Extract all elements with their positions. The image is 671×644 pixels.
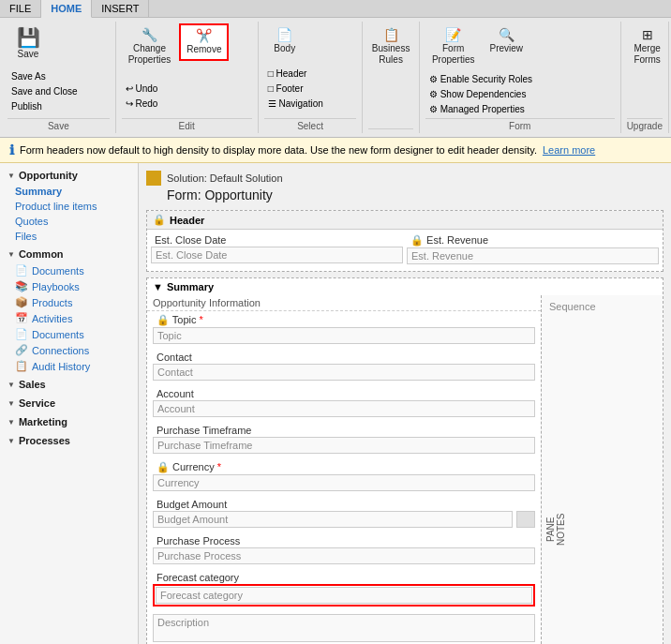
- account-input[interactable]: Account: [153, 400, 535, 417]
- summary-section: ▼ Summary Opportunity Information 🔒 Topi…: [146, 277, 664, 644]
- footer-button[interactable]: □ Footer: [264, 82, 327, 96]
- description-text-area-top[interactable]: Description: [153, 614, 535, 642]
- summary-section-header[interactable]: ▼ Summary: [147, 278, 663, 295]
- nav-section-processes: Processes: [0, 432, 138, 449]
- est-close-date-field: Est. Close Date Est. Close Date: [151, 233, 403, 264]
- sidebar-item-summary[interactable]: Summary: [0, 184, 138, 199]
- sidebar-item-documents2[interactable]: 📄 Documents: [0, 326, 138, 342]
- nav-section-header-sales[interactable]: Sales: [0, 376, 138, 393]
- header-section: 🔒 Header Est. Close Date Est. Close Date…: [146, 210, 664, 272]
- sidebar-item-activities[interactable]: 📅 Activities: [0, 310, 138, 326]
- sidebar-item-product-line[interactable]: Product line items: [0, 199, 138, 214]
- nav-section-sales: Sales: [0, 376, 138, 393]
- show-deps-button[interactable]: ⚙ Show Dependencies: [425, 87, 536, 101]
- connections-icon: 🔗: [15, 344, 28, 356]
- learn-more-link[interactable]: Learn more: [543, 144, 595, 156]
- tab-file[interactable]: FILE: [0, 0, 41, 17]
- remove-button[interactable]: ✂️ Remove: [179, 23, 229, 61]
- rules-group-label: [368, 128, 413, 131]
- main-form-area: Opportunity Information 🔒 Topic * Topic: [147, 295, 541, 644]
- tab-home[interactable]: HOME: [41, 0, 92, 18]
- nav-section-header-opportunity[interactable]: Opportunity: [0, 167, 138, 184]
- sidebar-item-files[interactable]: Files: [0, 229, 138, 244]
- save-close-button[interactable]: Save and Close: [7, 84, 82, 98]
- account-row: Account Account: [147, 385, 541, 419]
- opp-info-label: Opportunity Information: [147, 295, 541, 311]
- merge-icon: ⊞: [642, 28, 653, 41]
- sequence-label: Sequence: [545, 299, 659, 314]
- save-as-button[interactable]: Save As: [7, 69, 82, 83]
- purchase-timeframe-row: Purchase Timeframe Purchase Timeframe: [147, 422, 541, 456]
- save-group-label: Save: [7, 118, 110, 131]
- body-button[interactable]: 📄 Body: [264, 23, 306, 59]
- nav-section-header-processes[interactable]: Processes: [0, 432, 138, 449]
- ribbon-group-upgrade: ⊞ MergeForms Upgrade: [621, 22, 669, 133]
- topic-input[interactable]: Topic: [153, 327, 535, 344]
- edit-group-label: Edit: [122, 118, 252, 131]
- budget-amount-row: Budget Amount Budget Amount: [147, 496, 541, 530]
- est-revenue-label: 🔒 Est. Revenue: [407, 233, 659, 247]
- topic-field: 🔒 Topic * Topic: [153, 313, 535, 344]
- est-close-input[interactable]: Est. Close Date: [151, 247, 403, 263]
- nav-section-header-service[interactable]: Service: [0, 395, 138, 412]
- remove-icon: ✂️: [196, 29, 212, 42]
- summary-collapse-icon: ▼: [153, 281, 163, 292]
- sidebar-item-documents[interactable]: 📄 Documents: [0, 262, 138, 278]
- sidebar-item-products[interactable]: 📦 Products: [0, 294, 138, 310]
- form-group-label: Form: [425, 118, 615, 131]
- contact-input[interactable]: Contact: [153, 364, 535, 381]
- sidebar-item-audit[interactable]: 📋 Audit History: [0, 358, 138, 374]
- undo-button[interactable]: ↩ Undo: [122, 82, 162, 96]
- budget-amount-field: Budget Amount Budget Amount: [153, 498, 535, 528]
- upgrade-group-label: Upgrade: [627, 118, 663, 131]
- header-section-header[interactable]: 🔒 Header: [147, 211, 663, 230]
- contact-row: Contact Contact: [147, 349, 541, 382]
- sidebar-item-connections[interactable]: 🔗 Connections: [0, 342, 138, 358]
- activities-icon: 📅: [15, 312, 28, 324]
- tab-insert[interactable]: INSERT: [92, 0, 149, 17]
- summary-layout: Opportunity Information 🔒 Topic * Topic: [147, 295, 663, 644]
- purchase-timeframe-input[interactable]: Purchase Timeframe: [153, 437, 535, 454]
- info-bar: ℹ Form headers now default to high densi…: [0, 138, 671, 163]
- preview-icon: 🔍: [499, 28, 514, 41]
- budget-lookup-icon[interactable]: [516, 511, 535, 528]
- currency-lock-icon: 🔒: [157, 461, 170, 472]
- header-button[interactable]: □ Header: [264, 67, 327, 81]
- account-field: Account Account: [153, 387, 535, 417]
- merge-forms-button[interactable]: ⊞ MergeForms: [627, 23, 668, 70]
- budget-amount-input[interactable]: Budget Amount: [153, 511, 513, 528]
- est-revenue-field: 🔒 Est. Revenue Est. Revenue: [407, 233, 659, 264]
- forecast-category-input[interactable]: Forecast category: [156, 587, 532, 604]
- currency-input[interactable]: Currency: [153, 474, 535, 491]
- form-properties-button[interactable]: 📝 FormProperties: [425, 23, 482, 70]
- left-navigation: Opportunity Summary Product line items Q…: [0, 163, 139, 644]
- ribbon-group-select: 📄 Body □ Header □ Footer ☰ Navigation Se…: [259, 22, 364, 133]
- redo-button[interactable]: ↪ Redo: [122, 97, 162, 111]
- est-revenue-input[interactable]: Est. Revenue: [407, 247, 659, 264]
- header-lock-icon: 🔒: [153, 214, 166, 226]
- currency-row: 🔒 Currency * Currency: [147, 458, 541, 493]
- description-container: Description: [147, 612, 541, 644]
- nav-section-header-marketing[interactable]: Marketing: [0, 413, 138, 430]
- est-revenue-lock: 🔒: [410, 234, 424, 246]
- enable-security-button[interactable]: ⚙ Enable Security Roles: [425, 72, 536, 86]
- est-close-label: Est. Close Date: [151, 233, 403, 247]
- save-icon: 💾: [17, 28, 40, 47]
- sidebar-item-quotes[interactable]: Quotes: [0, 214, 138, 229]
- purchase-process-input[interactable]: Purchase Process: [153, 547, 535, 564]
- save-button[interactable]: 💾 Save: [7, 23, 49, 65]
- contact-field: Contact Contact: [153, 351, 535, 381]
- playbooks-icon: 📚: [15, 280, 28, 292]
- managed-props-button[interactable]: ⚙ Managed Properties: [425, 102, 536, 116]
- navigation-button[interactable]: ☰ Navigation: [264, 97, 327, 111]
- ribbon-group-edit: 🔧 ChangeProperties ✂️ Remove ↩ Undo ↪ Re…: [116, 22, 259, 133]
- ribbon-group-form: 📝 FormProperties 🔍 Preview ⚙ Enable Secu…: [420, 22, 621, 133]
- currency-label: 🔒 Currency *: [153, 460, 535, 474]
- change-properties-button[interactable]: 🔧 ChangeProperties: [122, 23, 178, 70]
- business-rules-button[interactable]: 📋 BusinessRules: [368, 23, 413, 70]
- nav-section-header-common[interactable]: Common: [0, 246, 138, 262]
- form-title: Form: Opportunity: [146, 187, 664, 202]
- publish-button[interactable]: Publish: [7, 99, 82, 113]
- sidebar-item-playbooks[interactable]: 📚 Playbooks: [0, 278, 138, 294]
- preview-button[interactable]: 🔍 Preview: [483, 23, 529, 59]
